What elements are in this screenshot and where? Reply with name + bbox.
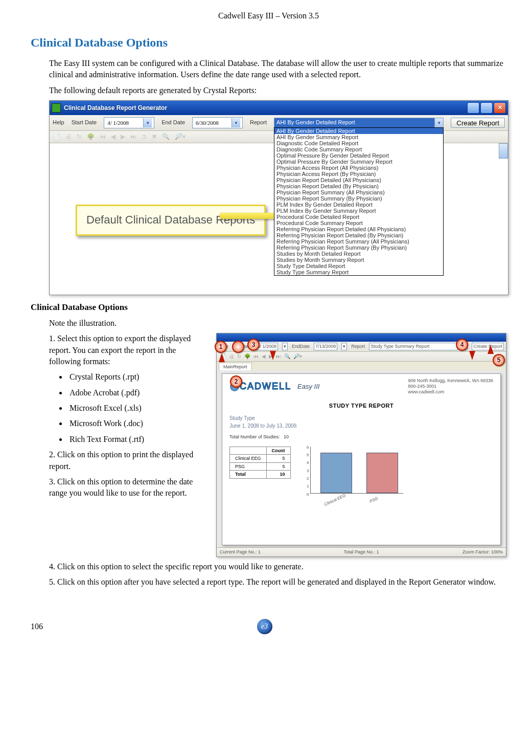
red-arrow-icon [469, 351, 475, 360]
table-row: PSG5 [230, 462, 291, 471]
report-option[interactable]: Diagnostic Code Detailed Report [274, 140, 443, 146]
report-option[interactable]: Optimal Pressure By Gender Summary Repor… [274, 159, 443, 165]
toolbar: Help Start Date ▼ End Date ▼ Report AHI … [50, 115, 508, 131]
col-count: Count [266, 447, 290, 455]
chevron-down-icon[interactable]: ▼ [232, 118, 240, 127]
nav-first-icon[interactable]: ⏮ [253, 353, 259, 360]
logo-script: Easy III [297, 382, 319, 391]
scrollbar-thumb[interactable] [499, 143, 508, 159]
chevron-down-icon[interactable]: ▾ [282, 343, 288, 350]
intro-paragraph-1: The Easy III system can be configured wi… [49, 58, 506, 81]
report-select[interactable]: AHI By Gender Detailed Report ▼ AHI By G… [274, 118, 444, 128]
callout-marker-2-top [232, 341, 244, 353]
report-option[interactable]: Referring Physician Report Summary (By P… [274, 244, 443, 251]
refresh-icon[interactable]: ↻ [77, 132, 82, 141]
nav-first-icon[interactable]: ⏮ [100, 132, 106, 141]
tree-icon[interactable]: 🌳 [87, 132, 95, 141]
company-url: www.cadwell.com [408, 389, 493, 395]
nav-prev-icon[interactable]: ◀ [111, 132, 115, 141]
search-icon[interactable]: 🔍 [284, 353, 290, 360]
y-tick: 3 [303, 468, 309, 474]
total-label: Total Number of Studies: [229, 434, 280, 439]
y-tick: 4 [303, 460, 309, 465]
export-icon[interactable]: 📄 [53, 132, 60, 141]
report-option[interactable]: Procedural Code Summary Report [274, 220, 443, 226]
create-report-button[interactable]: Create Report [451, 118, 505, 128]
note-illustration: Note the illustration. [49, 318, 506, 329]
report-option[interactable]: Studies by Month Summary Report [274, 257, 443, 263]
tree-icon[interactable]: 🌳 [244, 353, 250, 360]
report-option[interactable]: Optimal Pressure By Gender Detailed Repo… [274, 152, 443, 159]
screenshot-report-generator: Clinical Database Report Generator _ □ ✕… [49, 100, 508, 295]
window-titlebar: Clinical Database Report Generator _ □ ✕ [50, 101, 508, 115]
y-axis [310, 447, 311, 494]
end-date-input[interactable]: 7/13/2008 [314, 343, 337, 350]
x-tick-label: Clinical EEG [323, 493, 346, 507]
refresh-icon[interactable]: ↻ [237, 353, 241, 360]
report-option[interactable]: Studies by Month Detailed Report [274, 251, 443, 257]
report-option[interactable]: Physician Report Summary (By Physician) [274, 195, 443, 202]
y-tick: 0 [303, 492, 309, 497]
print-icon[interactable]: 🖨 [65, 132, 72, 141]
company-phone: 800-245-3001 [408, 384, 493, 389]
nav-last-icon[interactable]: ⏭ [130, 132, 136, 141]
nav-last-icon[interactable]: ⏭ [276, 353, 281, 360]
report-label: Report [250, 119, 267, 126]
tab-main-report[interactable]: MainReport [219, 363, 252, 371]
cadwell-logo: CADWELL Easy III [229, 380, 319, 393]
zoom-icon[interactable]: 🔎▾ [175, 132, 186, 141]
page-number: 106 [31, 621, 43, 632]
report-option[interactable]: PLM Index By Gender Detailed Report [274, 202, 443, 208]
report-option[interactable]: Physician Access Report (All Physicians) [274, 165, 443, 171]
report-option[interactable]: Referring Physician Report Detailed (All… [274, 226, 443, 232]
chevron-down-icon[interactable]: ▾ [341, 343, 347, 350]
nav-next-icon[interactable]: ▶ [121, 132, 125, 141]
report-option[interactable]: Physician Report Summary (All Physicians… [274, 189, 443, 195]
menu-help[interactable]: Help [53, 119, 64, 126]
report-option[interactable]: Procedural Code Detailed Report [274, 214, 443, 220]
report-option[interactable]: Study Type Summary Report [274, 269, 443, 275]
minimize-button[interactable]: _ [467, 102, 479, 114]
table-row: Clinical EEG5 [230, 455, 291, 463]
status-bar: Current Page No.: 1 Total Page No.: 1 Zo… [217, 547, 506, 557]
stop-icon[interactable]: ✖ [152, 132, 157, 141]
report-option[interactable]: AHI By Gender Summary Report [274, 134, 443, 140]
print-icon[interactable]: 🖨 [229, 353, 234, 360]
study-bar-chart: 0123456Clinical EEGPSG [303, 447, 405, 503]
callout-marker-5: 5 [493, 354, 505, 366]
report-option[interactable]: PLM Index By Gender Summary Report [274, 208, 443, 214]
x-axis [310, 493, 403, 494]
intro-paragraph-2: The following default reports are genera… [49, 85, 506, 96]
report-viewer-toolbar: 📄 🖨 ↻ 🌳 ⏮ ◀ ▶ ⏭ 🔍 🔎▾ [217, 352, 506, 362]
report-option[interactable]: Physician Report Detailed (All Physician… [274, 177, 443, 183]
callout-default-reports: Default Clinical Database Reports [76, 205, 266, 236]
zoom-icon[interactable]: 🔎▾ [293, 353, 302, 360]
tab-bar: MainReport [217, 362, 506, 371]
start-date-input[interactable]: ▼ [104, 117, 154, 128]
doc-header: Cadwell Easy III – Version 3.5 [31, 10, 506, 21]
report-select[interactable]: Study Type Summary Report [369, 343, 458, 350]
report-option[interactable]: Study Type Detailed Report [274, 263, 443, 269]
close-button[interactable]: ✕ [494, 102, 506, 114]
report-option[interactable]: Physician Report Detailed (By Physician) [274, 183, 443, 189]
chevron-down-icon[interactable]: ▼ [143, 118, 152, 127]
search-icon[interactable]: 🔍 [162, 132, 170, 141]
report-option[interactable]: Referring Physician Report Summary (All … [274, 238, 443, 244]
report-option[interactable]: AHI By Gender Detailed Report [274, 128, 443, 134]
report-option[interactable]: Physician Access Report (By Physician) [274, 171, 443, 177]
y-tick: 1 [303, 483, 309, 489]
sub-heading: Clinical Database Options [31, 301, 506, 314]
screenshot-study-type-report: 1 2 3 4 5 Help StartDate 6/ 1/2008 ▾ End… [216, 333, 506, 557]
red-arrow-icon [488, 345, 494, 354]
report-option[interactable]: Diagnostic Code Summary Report [274, 146, 443, 152]
nav-prev-icon[interactable]: ◀ [262, 353, 266, 360]
table-row-total: Total10 [230, 471, 291, 479]
end-date-input[interactable]: ▼ [192, 117, 243, 128]
maximize-button[interactable]: □ [480, 102, 493, 114]
y-tick: 5 [303, 452, 309, 458]
report-option[interactable]: Referring Physician Report Detailed (By … [274, 232, 443, 238]
chevron-down-icon[interactable]: ▼ [434, 118, 443, 127]
callout-marker-1: 1 [215, 341, 227, 353]
goto-page-icon[interactable]: ➲ [142, 132, 147, 141]
report-select-value: AHI By Gender Detailed Report [274, 118, 434, 127]
